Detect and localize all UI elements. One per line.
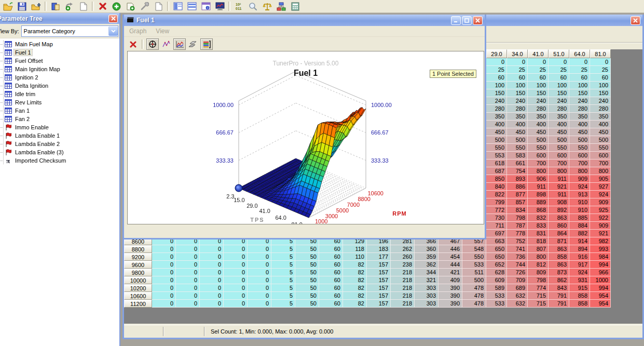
table-cell[interactable]: 730	[486, 214, 507, 222]
table-cell[interactable]: 0	[176, 284, 200, 292]
table-cell[interactable]: 0	[200, 292, 224, 300]
table-cell[interactable]: 0	[176, 300, 200, 308]
table-cell[interactable]: 400	[507, 121, 528, 128]
table-cell[interactable]: 25	[528, 66, 549, 74]
table-cell[interactable]: 858	[549, 253, 569, 261]
table-cell[interactable]: 60	[319, 261, 343, 269]
table-cell[interactable]: 350	[549, 113, 569, 121]
tree-item-lambda-enable-1[interactable]: Lambda Enable 1	[0, 131, 119, 140]
table-cell[interactable]: 5	[271, 284, 295, 292]
table-cell[interactable]: 400	[590, 121, 611, 128]
table-cell[interactable]: 500	[462, 276, 486, 284]
table-cell[interactable]: 892	[549, 206, 569, 214]
table-cell[interactable]: 240	[549, 97, 569, 105]
table-cell[interactable]: 260	[391, 253, 415, 261]
table-cell[interactable]: 0	[486, 58, 507, 66]
table-cell[interactable]: 911	[549, 175, 569, 183]
table-cell[interactable]: 924	[590, 191, 611, 198]
table-cell[interactable]: 390	[439, 284, 462, 292]
table-cell[interactable]: 157	[367, 276, 391, 284]
calculator-button[interactable]	[288, 0, 302, 12]
table-cell[interactable]: 0	[248, 253, 271, 261]
table-cell[interactable]: 982	[590, 237, 611, 245]
table-cell[interactable]: 60	[319, 292, 343, 300]
col-header[interactable]: 51.0	[549, 49, 569, 58]
compare-bins-button[interactable]	[48, 0, 62, 12]
table-cell[interactable]: 150	[590, 89, 611, 97]
table-cell[interactable]: 262	[391, 245, 415, 253]
table-cell[interactable]: 150	[486, 89, 507, 97]
table-cell[interactable]: 321	[415, 276, 439, 284]
table-cell[interactable]: 736	[507, 253, 528, 261]
table-cell[interactable]: 0	[200, 300, 224, 308]
table-cell[interactable]: 600	[569, 152, 590, 159]
table-cell[interactable]: 700	[590, 159, 611, 167]
table-cell[interactable]: 915	[569, 284, 590, 292]
col-header[interactable]: 34.0	[507, 49, 528, 58]
table-cell[interactable]: 550	[549, 144, 569, 152]
table-cell[interactable]: 906	[528, 175, 549, 183]
table-cell[interactable]: 303	[415, 300, 439, 308]
table-cell[interactable]: 218	[391, 276, 415, 284]
table-cell[interactable]: 600	[549, 152, 569, 159]
table-cell[interactable]: 450	[486, 128, 507, 136]
emulation-monitor-button[interactable]	[213, 0, 227, 12]
table-cell[interactable]: 632	[507, 292, 528, 300]
table-cell[interactable]: 60	[319, 276, 343, 284]
table-cell[interactable]: 858	[569, 300, 590, 308]
table-cell[interactable]: 60	[319, 284, 343, 292]
table-cell[interactable]: 25	[486, 66, 507, 74]
table-cell[interactable]: 82	[343, 269, 367, 276]
table-cell[interactable]: 450	[507, 128, 528, 136]
table-cell[interactable]: 871	[549, 237, 569, 245]
folder-up-button[interactable]	[29, 0, 43, 12]
table-cell[interactable]: 0	[152, 269, 176, 276]
table-cell[interactable]: 350	[528, 113, 549, 121]
table-cell[interactable]: 350	[569, 113, 590, 121]
table-cell[interactable]: 344	[415, 269, 439, 276]
table-cell[interactable]: 157	[367, 300, 391, 308]
table-cell[interactable]: 25	[507, 66, 528, 74]
table-cell[interactable]: 862	[549, 276, 569, 284]
table-cell[interactable]: 5	[271, 261, 295, 269]
table-cell[interactable]: 100	[528, 82, 549, 89]
table-cell[interactable]: 60	[319, 300, 343, 308]
tools-wrench-button[interactable]	[138, 0, 152, 12]
crosshair-select-button[interactable]	[146, 38, 159, 50]
new-document-button[interactable]	[76, 0, 90, 12]
tree-item-idle-trim[interactable]: Idle trim	[0, 90, 119, 98]
table-cell[interactable]: 500	[486, 136, 507, 144]
table-cell[interactable]: 500	[590, 136, 611, 144]
row-header[interactable]: 10000	[124, 276, 152, 284]
table-cell[interactable]: 350	[590, 113, 611, 121]
table-cell[interactable]: 894	[569, 245, 590, 253]
paste-new-button[interactable]	[124, 0, 138, 12]
table-cell[interactable]: 741	[507, 245, 528, 253]
row-header[interactable]: 9600	[124, 261, 152, 269]
table-cell[interactable]: 0	[569, 58, 590, 66]
view-by-dropdown[interactable]: Parameter Category	[21, 25, 118, 37]
table-cell[interactable]: 240	[486, 97, 507, 105]
table-cell[interactable]: 868	[528, 206, 549, 214]
table-cell[interactable]: 177	[367, 253, 391, 261]
table-cell[interactable]: 889	[528, 198, 549, 206]
table-cell[interactable]: 0	[248, 276, 271, 284]
table-cell[interactable]: 0	[224, 284, 248, 292]
table-cell[interactable]: 715	[528, 300, 549, 308]
table-cell[interactable]: 687	[486, 167, 507, 175]
table-cell[interactable]: 362	[415, 261, 439, 269]
tree-item-fan-1[interactable]: Fan 1	[0, 107, 119, 115]
table-cell[interactable]: 60	[528, 74, 549, 82]
table-cell[interactable]: 877	[507, 191, 528, 198]
table-cell[interactable]: 700	[528, 159, 549, 167]
table-cell[interactable]: 303	[415, 284, 439, 292]
parameter-tree-titlebar[interactable]: Parameter Tree	[0, 13, 119, 24]
table-cell[interactable]: 157	[367, 292, 391, 300]
magnifier-button[interactable]	[246, 0, 260, 12]
table-cell[interactable]: 909	[569, 175, 590, 183]
table-cell[interactable]: 652	[486, 261, 507, 269]
table-cell[interactable]: 800	[528, 167, 549, 175]
table-cell[interactable]: 50	[295, 253, 319, 261]
close-icon[interactable]	[631, 16, 640, 25]
table-cell[interactable]: 752	[507, 237, 528, 245]
